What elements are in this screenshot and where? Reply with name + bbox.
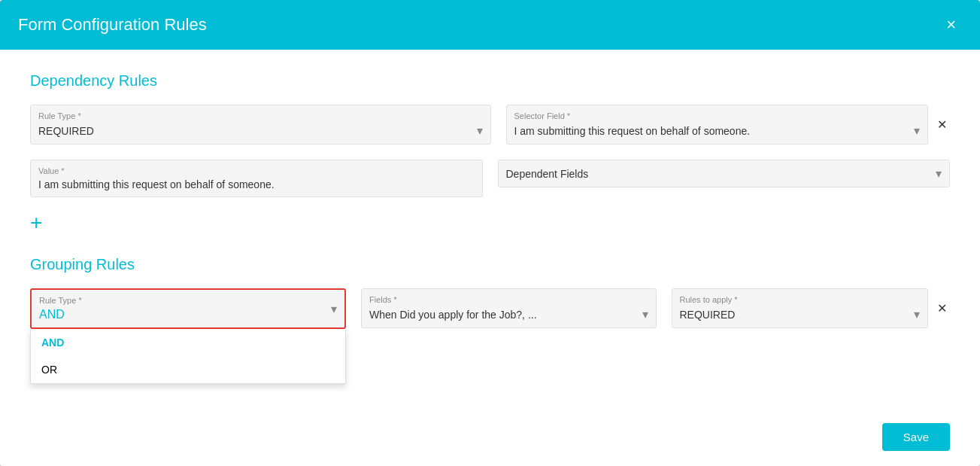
grouping-rules-title: Grouping Rules bbox=[30, 256, 950, 273]
grouping-rule-type-label: Rule Type * bbox=[39, 296, 331, 305]
grouping-rule-type-value: AND bbox=[39, 308, 65, 321]
grouping-delete-button[interactable]: ✕ bbox=[934, 298, 950, 318]
rules-to-apply-field[interactable]: Rules to apply * REQUIRED ▾ bbox=[672, 288, 929, 328]
rule-type-label: Rule Type * bbox=[38, 111, 483, 120]
dependency-row-2: Value * I am submitting this request on … bbox=[30, 160, 950, 197]
selector-field-value: I am submitting this request on behalf o… bbox=[514, 125, 751, 137]
modal-header: Form Configuration Rules × bbox=[0, 0, 980, 50]
dependent-fields-value: Dependent Fields bbox=[506, 168, 589, 180]
add-dependency-rule-button[interactable]: + bbox=[30, 212, 42, 233]
grouping-fields-value: When Did you apply for the Job?, ... bbox=[369, 309, 537, 321]
dependent-fields-arrow-icon: ▾ bbox=[936, 166, 942, 181]
selector-field-label: Selector Field * bbox=[514, 111, 921, 120]
rule-type-value: REQUIRED bbox=[38, 125, 94, 137]
rules-to-apply-label: Rules to apply * bbox=[680, 295, 921, 304]
modal-body: Dependency Rules Rule Type * REQUIRED ▾ … bbox=[0, 50, 980, 416]
modal-close-button[interactable]: × bbox=[940, 14, 962, 36]
dependency-rules-section: Dependency Rules Rule Type * REQUIRED ▾ … bbox=[30, 72, 950, 248]
dependency-rules-title: Dependency Rules bbox=[30, 72, 950, 90]
grouping-fields-label: Fields * bbox=[369, 295, 648, 304]
modal-footer: Save bbox=[0, 416, 980, 466]
value-field-value: I am submitting this request on behalf o… bbox=[38, 178, 275, 190]
rules-to-apply-container: Rules to apply * REQUIRED ▾ ✕ bbox=[672, 288, 951, 328]
selector-field[interactable]: Selector Field * I am submitting this re… bbox=[506, 105, 929, 145]
dependency-row-1: Rule Type * REQUIRED ▾ Selector Field * … bbox=[30, 105, 950, 145]
rule-type-field[interactable]: Rule Type * REQUIRED ▾ bbox=[30, 105, 491, 145]
grouping-rules-section: Grouping Rules Rule Type * AND ▾ AND bbox=[30, 256, 950, 329]
dependency-delete-button[interactable]: ✕ bbox=[934, 114, 950, 135]
modal-title: Form Configuration Rules bbox=[18, 15, 207, 35]
grouping-fields-arrow-icon: ▾ bbox=[642, 307, 648, 321]
selector-field-arrow-icon: ▾ bbox=[914, 123, 920, 138]
rule-type-arrow-icon: ▾ bbox=[477, 123, 483, 138]
grouping-fields-field[interactable]: Fields * When Did you apply for the Job?… bbox=[361, 288, 657, 328]
grouping-rule-type-field[interactable]: Rule Type * AND ▾ bbox=[30, 288, 346, 329]
grouping-rule-type-dropdown-menu: AND OR bbox=[30, 329, 346, 384]
dependent-fields-field[interactable]: Dependent Fields ▾ bbox=[498, 160, 951, 187]
grouping-row-1: Rule Type * AND ▾ AND OR Fields * bbox=[30, 288, 950, 329]
modal: Form Configuration Rules × Dependency Ru… bbox=[0, 0, 980, 466]
save-button[interactable]: Save bbox=[882, 423, 950, 451]
grouping-rule-type-container: Rule Type * AND ▾ AND OR bbox=[30, 288, 346, 329]
dropdown-item-and[interactable]: AND bbox=[31, 329, 345, 356]
value-label: Value * bbox=[38, 166, 475, 175]
rules-to-apply-arrow-icon: ▾ bbox=[914, 307, 920, 321]
grouping-rule-type-arrow-icon: ▾ bbox=[331, 302, 337, 316]
value-field[interactable]: Value * I am submitting this request on … bbox=[30, 160, 483, 197]
dropdown-item-or[interactable]: OR bbox=[31, 356, 345, 383]
rules-to-apply-value: REQUIRED bbox=[680, 309, 736, 321]
selector-field-container: Selector Field * I am submitting this re… bbox=[506, 105, 951, 145]
